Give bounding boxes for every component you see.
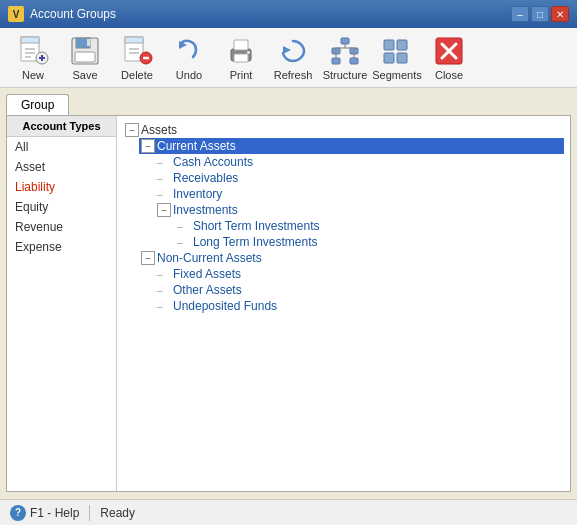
connector-inventory: –: [157, 189, 171, 200]
status-separator: [89, 505, 90, 521]
tree-row-current-assets[interactable]: – Current Assets: [139, 138, 564, 154]
svg-rect-24: [341, 38, 349, 44]
svg-rect-13: [125, 37, 143, 43]
tree-panel: – Assets – Current Assets – Cash Account…: [117, 116, 570, 491]
tree-label-undeposited-funds: Undeposited Funds: [173, 299, 277, 313]
segments-button[interactable]: Segments: [372, 32, 422, 84]
sidebar: Account Types All Asset Liability Equity…: [7, 116, 117, 491]
new-icon: [17, 35, 49, 67]
status-help: ? F1 - Help: [10, 505, 79, 521]
window-title: Account Groups: [30, 7, 116, 21]
new-button[interactable]: New: [8, 32, 58, 84]
segments-icon: [381, 35, 413, 67]
undo-icon: [173, 35, 205, 67]
expander-assets[interactable]: –: [125, 123, 139, 137]
tree-label-fixed-assets: Fixed Assets: [173, 267, 241, 281]
delete-icon: [121, 35, 153, 67]
tree-row-other-assets[interactable]: – Other Assets: [155, 282, 564, 298]
close-icon: [433, 35, 465, 67]
connector-long-term: –: [177, 237, 191, 248]
svg-rect-21: [234, 40, 248, 50]
tree-root: – Assets – Current Assets – Cash Account…: [123, 122, 564, 314]
connector-cash: –: [157, 157, 171, 168]
connector-other-assets: –: [157, 285, 171, 296]
toolbar: New Save Delete: [0, 28, 577, 88]
svg-rect-35: [384, 53, 394, 63]
tree-label-long-term: Long Term Investments: [193, 235, 318, 249]
tab-group[interactable]: Group: [6, 94, 69, 115]
tree-children-assets: – Current Assets – Cash Accounts – Recei…: [123, 138, 564, 314]
title-bar-left: V Account Groups: [8, 6, 116, 22]
connector-undeposited-funds: –: [157, 301, 171, 312]
new-label: New: [22, 69, 44, 81]
close-label: Close: [435, 69, 463, 81]
svg-rect-28: [350, 58, 358, 64]
svg-rect-20: [234, 54, 248, 62]
help-icon: ?: [10, 505, 26, 521]
group-panel: Account Types All Asset Liability Equity…: [6, 115, 571, 492]
tree-row-fixed-assets[interactable]: – Fixed Assets: [155, 266, 564, 282]
svg-rect-11: [75, 52, 95, 62]
status-text: Ready: [100, 506, 135, 520]
tree-row-cash-accounts[interactable]: – Cash Accounts: [155, 154, 564, 170]
tree-label-assets: Assets: [141, 123, 177, 137]
segments-label: Segments: [372, 69, 422, 81]
tree-row-non-current-assets[interactable]: – Non-Current Assets: [139, 250, 564, 266]
sidebar-item-revenue[interactable]: Revenue: [7, 217, 116, 237]
app-icon: V: [8, 6, 24, 22]
structure-button[interactable]: Structure: [320, 32, 370, 84]
refresh-button[interactable]: Refresh: [268, 32, 318, 84]
undo-button[interactable]: Undo: [164, 32, 214, 84]
svg-rect-1: [21, 37, 39, 43]
tree-label-investments: Investments: [173, 203, 238, 217]
refresh-icon: [277, 35, 309, 67]
structure-label: Structure: [323, 69, 368, 81]
sidebar-item-all[interactable]: All: [7, 137, 116, 157]
tab-bar: Group: [6, 94, 571, 115]
svg-rect-36: [397, 53, 407, 63]
tree-label-receivables: Receivables: [173, 171, 238, 185]
tree-row-assets[interactable]: – Assets: [123, 122, 564, 138]
print-button[interactable]: Print: [216, 32, 266, 84]
connector-short-term: –: [177, 221, 191, 232]
tree-row-short-term[interactable]: – Short Term Investments: [175, 218, 564, 234]
tree-children-investments: – Short Term Investments – Long Term Inv…: [123, 218, 564, 250]
tree-children-non-current-assets: – Fixed Assets – Other Assets – Undeposi…: [123, 266, 564, 314]
main-content: Group Account Types All Asset Liability …: [0, 88, 577, 499]
svg-rect-27: [332, 58, 340, 64]
save-label: Save: [72, 69, 97, 81]
tree-label-short-term: Short Term Investments: [193, 219, 320, 233]
undo-label: Undo: [176, 69, 202, 81]
sidebar-item-liability[interactable]: Liability: [7, 177, 116, 197]
refresh-label: Refresh: [274, 69, 313, 81]
close-button[interactable]: Close: [424, 32, 474, 84]
window-controls: – □ ✕: [511, 6, 569, 22]
save-button[interactable]: Save: [60, 32, 110, 84]
sidebar-item-asset[interactable]: Asset: [7, 157, 116, 177]
title-bar: V Account Groups – □ ✕: [0, 0, 577, 28]
tree-label-other-assets: Other Assets: [173, 283, 242, 297]
delete-label: Delete: [121, 69, 153, 81]
tree-children-current-assets: – Cash Accounts – Receivables – Inventor…: [123, 154, 564, 250]
tree-row-inventory[interactable]: – Inventory: [155, 186, 564, 202]
maximize-button[interactable]: □: [531, 6, 549, 22]
expander-non-current-assets[interactable]: –: [141, 251, 155, 265]
tree-row-investments[interactable]: – Investments: [155, 202, 564, 218]
tree-label-current-assets: Current Assets: [157, 139, 236, 153]
print-icon: [225, 35, 257, 67]
close-window-button[interactable]: ✕: [551, 6, 569, 22]
tree-row-long-term[interactable]: – Long Term Investments: [175, 234, 564, 250]
minimize-button[interactable]: –: [511, 6, 529, 22]
expander-investments[interactable]: –: [157, 203, 171, 217]
expander-current-assets[interactable]: –: [141, 139, 155, 153]
tree-row-receivables[interactable]: – Receivables: [155, 170, 564, 186]
sidebar-item-equity[interactable]: Equity: [7, 197, 116, 217]
tree-label-inventory: Inventory: [173, 187, 222, 201]
sidebar-item-expense[interactable]: Expense: [7, 237, 116, 257]
help-label[interactable]: F1 - Help: [30, 506, 79, 520]
tree-row-undeposited-funds[interactable]: – Undeposited Funds: [155, 298, 564, 314]
status-bar: ? F1 - Help Ready: [0, 499, 577, 525]
print-label: Print: [230, 69, 253, 81]
delete-button[interactable]: Delete: [112, 32, 162, 84]
sidebar-header: Account Types: [7, 116, 116, 137]
